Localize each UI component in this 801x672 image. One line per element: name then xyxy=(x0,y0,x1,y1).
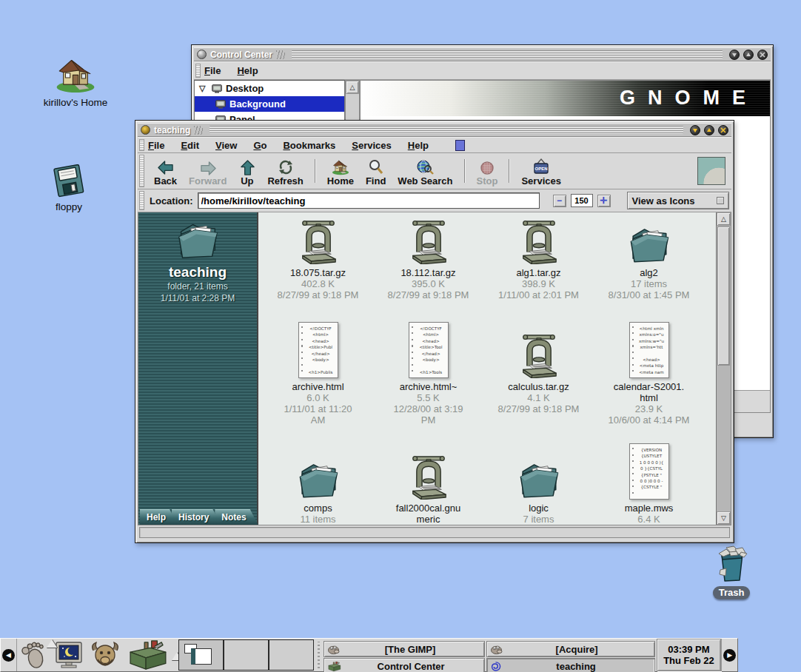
floppy-icon-label: floppy xyxy=(56,201,82,212)
mws-doc-icon: {VERSION {USTYLET 1 0 0 0 0 ){ 0 }{CSTYL… xyxy=(629,443,669,500)
file-item[interactable]: alg2 17 items 8/31/00 at 1:45 PM xyxy=(597,218,701,316)
back-icon xyxy=(157,160,174,175)
file-item[interactable]: {VERSION {USTYLET 1 0 0 0 0 ){ 0 }{CSTYL… xyxy=(597,440,701,525)
desktop-settings-icon xyxy=(212,84,222,93)
file-item[interactable]: <html xmln xmlns:o="u xmlns:w="u xmlns='… xyxy=(597,316,701,440)
zoom-out-button[interactable]: − xyxy=(553,195,566,207)
sidebar-tab-notes[interactable]: Notes xyxy=(215,509,258,525)
location-input[interactable] xyxy=(198,192,540,209)
folder-icon xyxy=(516,460,562,500)
scroll-up-icon[interactable]: △ xyxy=(717,212,731,226)
window-menu-icon[interactable] xyxy=(197,50,207,59)
maximize-button[interactable] xyxy=(704,125,714,135)
maximize-button[interactable] xyxy=(743,50,754,60)
refresh-button[interactable]: Refresh xyxy=(263,154,307,188)
location-bar: Location: − 150 ✛ View as Icons xyxy=(138,189,731,212)
cc-menu-file[interactable]: File xyxy=(204,65,221,76)
tarball-icon xyxy=(409,220,449,264)
file-item[interactable]: <!DOCTYF <html> <head> <title>Tool </hea… xyxy=(377,316,480,440)
up-icon xyxy=(238,160,255,175)
desktop-icon-floppy[interactable]: floppy xyxy=(24,164,113,212)
html-doc-icon: <!DOCTYF <html> <head> <title>Publ </hea… xyxy=(298,322,338,378)
menubar-indicator-square xyxy=(455,140,465,151)
find-button[interactable]: Find xyxy=(361,154,390,188)
locationbar-grip[interactable] xyxy=(139,191,144,210)
menu-file[interactable]: File xyxy=(148,140,164,151)
back-button[interactable]: Back xyxy=(150,154,181,188)
toolbar-grip[interactable] xyxy=(139,155,144,187)
html-doc-icon: <html xmln xmlns:o="u xmlns:w="u xmlns='… xyxy=(629,322,669,378)
menu-view[interactable]: View xyxy=(215,140,237,151)
task-acquire[interactable]: [Acquire] xyxy=(486,641,655,657)
toolbox-launcher[interactable] xyxy=(124,639,171,671)
gnome-panel: ◀ [The GIMP] [Acquire] Control Center xyxy=(0,638,738,672)
workspace-1[interactable] xyxy=(178,639,224,671)
workspace-2[interactable] xyxy=(224,639,269,671)
vertical-scrollbar[interactable]: △ ▽ xyxy=(716,212,731,525)
control-center-titlebar[interactable]: Control Center xyxy=(194,47,771,61)
menu-bookmarks[interactable]: Bookmarks xyxy=(283,140,335,151)
workspace-3[interactable] xyxy=(269,639,314,671)
view-mode-dropdown[interactable]: View as Icons xyxy=(627,192,729,209)
forward-button[interactable]: Forward xyxy=(184,154,231,188)
stop-button[interactable]: Stop xyxy=(472,154,503,188)
tree-item-desktop[interactable]: ▽ Desktop xyxy=(195,81,344,96)
menubar-grip[interactable] xyxy=(195,64,201,78)
home-button[interactable]: Home xyxy=(323,154,358,188)
titlebar-stripes xyxy=(210,126,683,134)
gnome-banner: GNOME xyxy=(361,81,770,116)
sidebar-tab-history[interactable]: History xyxy=(172,509,221,525)
desktop-icon-trash[interactable]: Trash xyxy=(687,545,776,599)
tarball-icon xyxy=(298,220,338,264)
zoom-in-button[interactable]: ✛ xyxy=(597,195,611,207)
task-the-gimp[interactable]: [The GIMP] xyxy=(324,641,485,657)
cc-menu-help[interactable]: Help xyxy=(237,65,258,76)
window-thumbnail[interactable] xyxy=(191,648,212,665)
panel-separator xyxy=(315,642,322,668)
file-item[interactable]: 18.112.tar.gz 395.0 K 8/27/99 at 9:18 PM xyxy=(377,218,480,316)
tree-item-background[interactable]: Background xyxy=(195,96,344,112)
file-item[interactable]: 18.075.tar.gz 402.8 K 8/27/99 at 9:18 PM xyxy=(267,218,370,316)
throbber[interactable] xyxy=(697,157,725,185)
drawer-arrow-icon[interactable] xyxy=(47,639,57,648)
floppy-icon xyxy=(53,164,85,198)
file-view: 18.075.tar.gz 402.8 K 8/27/99 at 9:18 PM… xyxy=(258,212,716,525)
file-item[interactable]: calculus.tar.gz 4.1 K 8/27/99 at 9:18 PM xyxy=(487,316,591,440)
file-item[interactable]: fall2000cal.gnumeric 1.0 K xyxy=(377,440,480,525)
menu-help[interactable]: Help xyxy=(408,140,429,151)
toolbox-icon xyxy=(126,639,169,671)
menubar-grip[interactable] xyxy=(139,139,144,151)
close-button[interactable] xyxy=(718,125,728,135)
window-menu-icon[interactable] xyxy=(141,125,150,135)
gnu-launcher[interactable] xyxy=(87,639,124,671)
menu-edit[interactable]: Edit xyxy=(181,140,199,151)
close-button[interactable] xyxy=(757,50,768,60)
teaching-titlebar[interactable]: teaching xyxy=(138,123,731,137)
tarball-icon xyxy=(409,455,449,500)
file-item[interactable]: alg1.tar.gz 398.9 K 1/11/00 at 2:01 PM xyxy=(487,218,591,316)
home-icon xyxy=(331,158,350,175)
file-item[interactable]: logic 7 items today at 9:56 PM xyxy=(487,440,591,525)
desktop-icon-home[interactable]: kirillov's Home xyxy=(31,55,120,108)
panel-hide-right-button[interactable]: ▶ xyxy=(721,639,737,671)
expander-icon[interactable]: ▽ xyxy=(199,84,208,93)
services-button[interactable]: OPEN Services xyxy=(517,154,566,188)
clock-applet[interactable]: 03:39 PM Thu Feb 22 xyxy=(657,639,722,671)
web-search-button[interactable]: Web Search xyxy=(393,154,457,188)
scrollbar-thumb[interactable] xyxy=(717,226,730,366)
minimize-button[interactable] xyxy=(729,50,740,60)
scroll-up-icon[interactable]: △ xyxy=(346,81,359,94)
teaching-toolbar: Back Forward Up Refresh Home xyxy=(138,153,731,189)
panel-hide-left-button[interactable]: ◀ xyxy=(1,639,17,671)
task-control-center[interactable]: Control Center xyxy=(324,658,485,672)
control-center-title: Control Center xyxy=(210,50,272,60)
menu-services[interactable]: Services xyxy=(352,140,392,151)
menu-go[interactable]: Go xyxy=(253,140,267,151)
up-button[interactable]: Up xyxy=(234,154,260,188)
file-item[interactable]: <!DOCTYF <html> <head> <title>Publ </hea… xyxy=(267,316,370,440)
task-teaching[interactable]: teaching xyxy=(486,658,655,672)
scroll-down-icon[interactable]: ▽ xyxy=(717,511,731,525)
file-item[interactable]: comps 11 items 1/10/01 at 11:25 xyxy=(267,440,370,525)
minimize-button[interactable] xyxy=(690,125,700,135)
main-menu-button[interactable] xyxy=(17,639,51,671)
